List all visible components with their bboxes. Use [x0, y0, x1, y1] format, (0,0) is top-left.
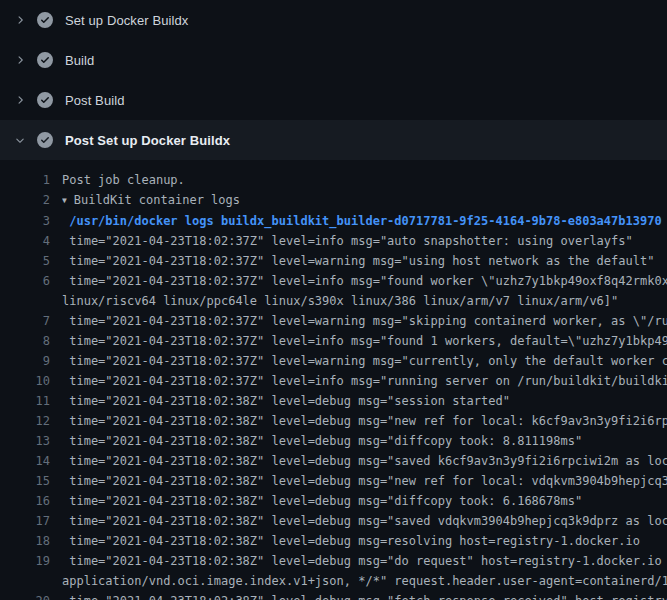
step-title: Build	[65, 53, 94, 68]
log-text: time="2021-04-23T18:02:38Z" level=debug …	[62, 474, 667, 488]
log-text: BuildKit container logs	[74, 193, 240, 207]
step-section-header[interactable]: Post Set up Docker Buildx	[0, 120, 667, 160]
log-line: 10 time="2021-04-23T18:02:37Z" level=inf…	[0, 371, 667, 391]
step-title: Post Set up Docker Buildx	[65, 133, 230, 148]
log-line: 20 time="2021-04-23T18:02:38Z" level=deb…	[0, 591, 667, 600]
chevron-icon	[12, 94, 28, 106]
log-line-body: time="2021-04-23T18:02:38Z" level=debug …	[62, 391, 667, 411]
log-line-body: time="2021-04-23T18:02:37Z" level=info m…	[62, 271, 667, 311]
log-line: 12 time="2021-04-23T18:02:38Z" level=deb…	[0, 411, 667, 431]
check-circle-icon	[37, 92, 53, 108]
line-number[interactable]: 5	[0, 251, 50, 271]
log-line-body: time="2021-04-23T18:02:37Z" level=warnin…	[62, 311, 667, 331]
log-line-body: time="2021-04-23T18:02:38Z" level=debug …	[62, 431, 667, 451]
step-section-header[interactable]: Build	[0, 40, 667, 80]
log-line-body: time="2021-04-23T18:02:37Z" level=warnin…	[62, 351, 667, 371]
log-line-body: time="2021-04-23T18:02:38Z" level=debug …	[62, 511, 667, 531]
log-line: 11 time="2021-04-23T18:02:38Z" level=deb…	[0, 391, 667, 411]
log-text: time="2021-04-23T18:02:37Z" level=warnin…	[62, 354, 667, 368]
log-line: 15 time="2021-04-23T18:02:38Z" level=deb…	[0, 471, 667, 491]
chevron-icon	[12, 134, 28, 146]
log-text: time="2021-04-23T18:02:38Z" level=debug …	[62, 494, 582, 508]
log-text: time="2021-04-23T18:02:37Z" level=info m…	[62, 274, 667, 288]
log-line-body: time="2021-04-23T18:02:38Z" level=debug …	[62, 451, 667, 471]
log-line-body: time="2021-04-23T18:02:38Z" level=debug …	[62, 531, 667, 551]
log-line-body: ▼BuildKit container logs	[62, 190, 667, 211]
log-text: time="2021-04-23T18:02:38Z" level=debug …	[62, 534, 640, 548]
line-number[interactable]: 10	[0, 371, 50, 391]
step-title: Post Build	[65, 93, 125, 108]
log-line[interactable]: 2 ▼BuildKit container logs	[0, 190, 667, 211]
log-line-body: time="2021-04-23T18:02:37Z" level=warnin…	[62, 251, 667, 271]
log-line: 19 time="2021-04-23T18:02:38Z" level=deb…	[0, 551, 667, 591]
log-text: time="2021-04-23T18:02:38Z" level=debug …	[62, 414, 667, 428]
line-number[interactable]: 11	[0, 391, 50, 411]
log-text-continuation: linux/riscv64 linux/ppc64le linux/s390x …	[62, 291, 667, 311]
step-title: Set up Docker Buildx	[65, 13, 188, 28]
log-line: 5 time="2021-04-23T18:02:37Z" level=warn…	[0, 251, 667, 271]
log-line: 3 /usr/bin/docker logs buildx_buildkit_b…	[0, 211, 667, 231]
log-lines[interactable]: 1 Post job cleanup. 2 ▼BuildKit containe…	[0, 160, 667, 600]
log-line-body: time="2021-04-23T18:02:37Z" level=info m…	[62, 371, 667, 391]
line-number[interactable]: 8	[0, 331, 50, 351]
actions-log-viewer: Set up Docker Buildx Build Post Build Po…	[0, 0, 667, 600]
step-section-header[interactable]: Set up Docker Buildx	[0, 0, 667, 40]
line-number[interactable]: 17	[0, 511, 50, 531]
log-line: 4 time="2021-04-23T18:02:37Z" level=info…	[0, 231, 667, 251]
log-text: time="2021-04-23T18:02:37Z" level=info m…	[62, 234, 633, 248]
steps-list: Set up Docker Buildx Build Post Build Po…	[0, 0, 667, 160]
log-text: time="2021-04-23T18:02:37Z" level=warnin…	[62, 314, 667, 328]
log-line: 17 time="2021-04-23T18:02:38Z" level=deb…	[0, 511, 667, 531]
line-number[interactable]: 1	[0, 170, 50, 190]
log-text: time="2021-04-23T18:02:38Z" level=debug …	[62, 454, 667, 468]
line-number[interactable]: 12	[0, 411, 50, 431]
log-text: time="2021-04-23T18:02:37Z" level=info m…	[62, 374, 667, 388]
log-line: 14 time="2021-04-23T18:02:38Z" level=deb…	[0, 451, 667, 471]
line-number[interactable]: 19	[0, 551, 50, 591]
step-section-header[interactable]: Post Build	[0, 80, 667, 120]
log-line: 9 time="2021-04-23T18:02:37Z" level=warn…	[0, 351, 667, 371]
log-text: time="2021-04-23T18:02:37Z" level=info m…	[62, 334, 667, 348]
log-text: Post job cleanup.	[62, 173, 185, 187]
log-line-body: time="2021-04-23T18:02:38Z" level=debug …	[62, 471, 667, 491]
log-text: /usr/bin/docker logs buildx_buildkit_bui…	[62, 214, 662, 228]
chevron-icon	[12, 54, 28, 66]
log-line: 18 time="2021-04-23T18:02:38Z" level=deb…	[0, 531, 667, 551]
check-circle-icon	[37, 132, 53, 148]
log-line-body: time="2021-04-23T18:02:38Z" level=debug …	[62, 551, 667, 591]
log-text: time="2021-04-23T18:02:38Z" level=debug …	[62, 514, 667, 528]
log-line: 7 time="2021-04-23T18:02:37Z" level=warn…	[0, 311, 667, 331]
log-text: time="2021-04-23T18:02:37Z" level=warnin…	[62, 254, 654, 268]
line-number[interactable]: 13	[0, 431, 50, 451]
check-circle-icon	[37, 52, 53, 68]
line-number[interactable]: 20	[0, 591, 50, 600]
log-line: 6 time="2021-04-23T18:02:37Z" level=info…	[0, 271, 667, 311]
line-number[interactable]: 3	[0, 211, 50, 231]
line-number[interactable]: 7	[0, 311, 50, 331]
log-line-body: time="2021-04-23T18:02:38Z" level=debug …	[62, 591, 667, 600]
line-number[interactable]: 16	[0, 491, 50, 511]
log-text: time="2021-04-23T18:02:38Z" level=debug …	[62, 434, 582, 448]
log-text: time="2021-04-23T18:02:38Z" level=debug …	[62, 594, 667, 600]
log-line: 16 time="2021-04-23T18:02:38Z" level=deb…	[0, 491, 667, 511]
log-line-body: time="2021-04-23T18:02:38Z" level=debug …	[62, 411, 667, 431]
triangle-down-icon[interactable]: ▼	[62, 191, 67, 211]
line-number[interactable]: 14	[0, 451, 50, 471]
log-text: time="2021-04-23T18:02:38Z" level=debug …	[62, 394, 510, 408]
line-number[interactable]: 6	[0, 271, 50, 311]
line-number[interactable]: 2	[0, 190, 50, 211]
log-text: time="2021-04-23T18:02:38Z" level=debug …	[62, 554, 667, 568]
log-line: 13 time="2021-04-23T18:02:38Z" level=deb…	[0, 431, 667, 451]
log-text-continuation: application/vnd.oci.image.index.v1+json,…	[62, 571, 667, 591]
log-line-body: /usr/bin/docker logs buildx_buildkit_bui…	[62, 211, 667, 231]
line-number[interactable]: 4	[0, 231, 50, 251]
log-line: 1 Post job cleanup.	[0, 170, 667, 190]
line-number[interactable]: 15	[0, 471, 50, 491]
line-number[interactable]: 9	[0, 351, 50, 371]
check-circle-icon	[37, 12, 53, 28]
line-number[interactable]: 18	[0, 531, 50, 551]
chevron-icon	[12, 14, 28, 26]
log-line-body: Post job cleanup.	[62, 170, 667, 190]
log-line-body: time="2021-04-23T18:02:38Z" level=debug …	[62, 491, 667, 511]
log-line-body: time="2021-04-23T18:02:37Z" level=info m…	[62, 231, 667, 251]
